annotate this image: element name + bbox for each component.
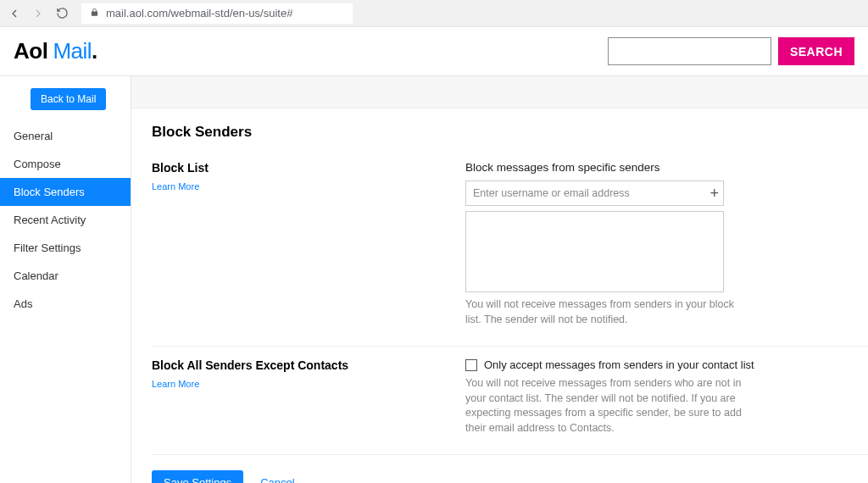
block-sender-input[interactable] [465, 180, 724, 206]
search-wrap: SEARCH [608, 37, 854, 65]
logo-dot: . [92, 38, 97, 64]
checkbox-row: Only accept messages from senders in you… [465, 358, 766, 371]
cancel-link[interactable]: Cancel [260, 476, 294, 484]
logo: Aol Mail . [14, 38, 97, 64]
section-block-list: Block List Learn More Block messages fro… [152, 161, 868, 347]
learn-more-link[interactable]: Learn More [152, 379, 199, 389]
section-title: Block List [152, 161, 465, 175]
back-icon[interactable] [7, 6, 22, 21]
section-lead: Block messages from specific senders [465, 161, 766, 174]
section-title: Block All Senders Except Contacts [152, 358, 465, 372]
main: Block Senders Block List Learn More Bloc… [131, 76, 868, 483]
reload-icon[interactable] [54, 6, 70, 21]
logo-aol: Aol [14, 38, 47, 64]
learn-more-link[interactable]: Learn More [152, 181, 199, 192]
section-left: Block List Learn More [152, 161, 465, 327]
sidebar-item-ads[interactable]: Ads [0, 290, 131, 318]
search-button[interactable]: SEARCH [778, 37, 854, 65]
sidebar-item-block-senders[interactable]: Block Senders [0, 178, 131, 206]
except-contacts-hint: You will not receive messages from sende… [465, 376, 745, 436]
sidebar-item-filter-settings[interactable]: Filter Settings [0, 234, 131, 262]
block-list-hint: You will not receive messages from sende… [465, 297, 737, 327]
section-right: Block messages from specific senders + Y… [465, 161, 766, 327]
section-except-contacts: Block All Senders Except Contacts Learn … [152, 358, 868, 455]
actions: Save Settings Cancel [152, 467, 868, 483]
top-strip [131, 76, 868, 108]
page-title: Block Senders [152, 124, 868, 141]
back-to-mail-button[interactable]: Back to Mail [31, 88, 106, 110]
section-right: Only accept messages from senders in you… [465, 358, 766, 436]
layout: Back to Mail General Compose Block Sende… [0, 76, 868, 483]
sidebar-item-recent-activity[interactable]: Recent Activity [0, 206, 131, 234]
only-contacts-checkbox[interactable] [465, 359, 477, 371]
address-bar[interactable]: mail.aol.com/webmail-std/en-us/suite# [81, 3, 353, 24]
app-header: Aol Mail . SEARCH [0, 27, 868, 76]
sidebar-item-compose[interactable]: Compose [0, 150, 131, 178]
logo-mail: Mail [53, 38, 92, 64]
sidebar-item-calendar[interactable]: Calendar [0, 262, 131, 290]
lock-icon [90, 7, 99, 19]
sidebar-item-general[interactable]: General [0, 122, 131, 150]
save-settings-button[interactable]: Save Settings [152, 470, 243, 483]
block-list-area[interactable] [465, 211, 724, 292]
block-input-row: + [465, 180, 724, 206]
search-input[interactable] [608, 37, 771, 65]
forward-icon[interactable] [31, 6, 46, 21]
browser-chrome: mail.aol.com/webmail-std/en-us/suite# [0, 0, 868, 27]
sidebar: Back to Mail General Compose Block Sende… [0, 76, 131, 483]
checkbox-label: Only accept messages from senders in you… [484, 358, 754, 371]
plus-icon[interactable]: + [709, 186, 719, 201]
url-text: mail.aol.com/webmail-std/en-us/suite# [106, 7, 292, 19]
section-left: Block All Senders Except Contacts Learn … [152, 358, 465, 436]
content: Block Senders Block List Learn More Bloc… [131, 108, 868, 483]
